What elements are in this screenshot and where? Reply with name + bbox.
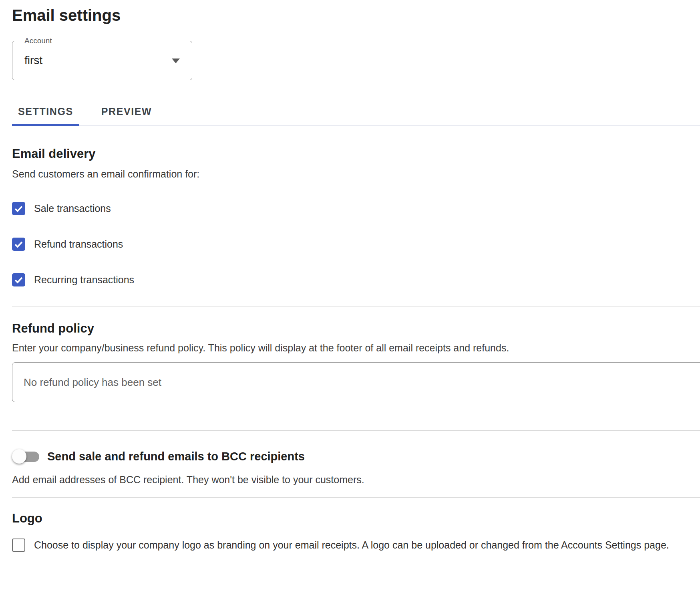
bcc-description: Add email addresses of BCC recipient. Th… [12,473,700,486]
account-select[interactable]: Account first [12,41,192,80]
email-delivery-description: Send customers an email confirmation for… [12,167,700,180]
refund-policy-input[interactable]: No refund policy has been set [12,362,700,402]
recurring-transactions-checkbox[interactable] [12,273,25,286]
toggle-thumb [12,449,26,464]
section-divider [12,307,700,307]
email-settings-page: Email settings Account first SETTINGS PR… [0,0,700,589]
refund-policy-description: Enter your company/business refund polic… [12,341,700,354]
logo-checkbox[interactable] [12,539,25,552]
section-divider [12,430,700,431]
tabbar: SETTINGS PREVIEW [12,99,700,126]
refund-policy-heading: Refund policy [12,321,700,337]
chevron-down-icon [172,58,180,63]
refund-transactions-checkbox[interactable] [12,238,25,251]
recurring-transactions-label: Recurring transactions [34,274,134,286]
email-delivery-heading: Email delivery [12,146,700,162]
bcc-toggle-row: Send sale and refund emails to BCC recip… [12,448,700,464]
logo-checkbox-row: Choose to display your company logo as b… [12,539,700,552]
account-select-value: first [24,54,42,67]
account-select-label: Account [21,36,55,46]
tab-preview[interactable]: PREVIEW [95,99,158,126]
checkmark-icon [13,239,24,250]
recurring-transactions-row: Recurring transactions [12,273,700,286]
sale-transactions-row: Sale transactions [12,202,700,215]
checkmark-icon [13,203,24,214]
page-title: Email settings [12,6,700,25]
tab-settings[interactable]: SETTINGS [12,99,79,126]
logo-heading: Logo [12,510,700,526]
bcc-toggle-label: Send sale and refund emails to BCC recip… [47,450,305,463]
sale-transactions-label: Sale transactions [34,203,111,214]
section-divider [12,497,700,498]
refund-transactions-row: Refund transactions [12,238,700,251]
bcc-toggle[interactable] [12,448,39,464]
sale-transactions-checkbox[interactable] [12,202,25,215]
checkmark-icon [13,274,24,285]
logo-checkbox-label: Choose to display your company logo as b… [34,539,669,551]
refund-transactions-label: Refund transactions [34,238,123,250]
